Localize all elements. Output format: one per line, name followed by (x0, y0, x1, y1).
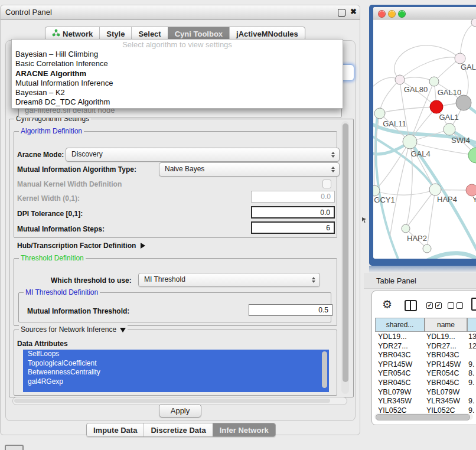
attribute-item-selfloops[interactable]: SelfLoops (23, 350, 329, 359)
tab-style[interactable]: Style (99, 27, 131, 40)
which-threshold-label: Which threshold to use: (51, 276, 132, 285)
spinner-arrows-icon (312, 277, 315, 283)
table-cell: YDR27... (426, 342, 457, 351)
minimize-traffic-light-icon[interactable] (388, 10, 396, 18)
network-window-shadow (369, 266, 476, 273)
network-node[interactable] (402, 224, 410, 233)
aracne-mode-combo[interactable]: Discovery (66, 148, 340, 162)
node-label: Y (472, 195, 476, 204)
chevron-right-icon[interactable] (141, 243, 145, 249)
data-attributes-list[interactable]: SelfLoopsTopologicalCoefficientBetweenne… (23, 350, 329, 392)
tab-label: Network (63, 30, 93, 38)
column-layout-icon[interactable] (405, 300, 417, 311)
network-node[interactable] (429, 184, 441, 195)
network-node[interactable] (395, 75, 405, 84)
table-cell: YDL19... (426, 332, 455, 342)
algorithm-option-dream8-dc-tdc-algorithm[interactable]: Dream8 DC_TDC Algorithm (12, 97, 343, 107)
table-cell: YPR145W (426, 360, 461, 370)
mi-threshold-field[interactable]: 0.5 (249, 304, 332, 316)
table-row[interactable]: YPR145WYPR145W9. (372, 360, 476, 370)
close-icon[interactable] (350, 7, 357, 16)
checked-box-icon (435, 302, 442, 309)
settings-vertical-scrollbar-thumb[interactable] (343, 123, 348, 382)
algorithm-option-mutual-information-inference[interactable]: Mutual Information Inference (12, 79, 343, 88)
bottom-tab-bar: Impute DataDiscretize DataInfer Network (86, 423, 276, 437)
column-header-2[interactable] (467, 318, 476, 332)
control-panel-titlebar[interactable]: Control Panel (1, 5, 360, 20)
table-row[interactable]: YBR045CYBR045C9. (372, 379, 476, 388)
mi-threshold-definition-title: MI Threshold Definition (24, 288, 100, 296)
table-row[interactable]: YDR27...YDR27...12 (372, 342, 476, 351)
network-node[interactable] (471, 19, 476, 27)
algorithm-option-basic-correlation-inference[interactable]: Basic Correlation Inference (12, 59, 343, 69)
network-node[interactable] (429, 77, 439, 86)
network-node[interactable] (423, 244, 431, 253)
network-node[interactable] (430, 100, 443, 113)
collapsed-panel-fragment[interactable] (5, 445, 24, 450)
chevron-down-icon[interactable] (120, 328, 126, 332)
network-view-canvas-frame: GALGAL80GAL10GAL1GAL11SWI4GAL4GCY1HAP4YH… (373, 7, 476, 259)
table-body: YDL19...YDL19...13YDR27...YDR27...12YBR0… (372, 332, 476, 413)
tab-impute-data[interactable]: Impute Data (87, 423, 144, 436)
table-row[interactable]: YBL079WYBL079W (372, 388, 476, 397)
tab-discretize-data[interactable]: Discretize Data (144, 423, 212, 436)
table-cell: YBR043C (378, 351, 411, 360)
attribute-item-gal4rgexp[interactable]: gal4RGexp (23, 377, 329, 387)
tab-infer-network[interactable]: Infer Network (213, 423, 275, 436)
table-row[interactable]: YER054CYER054C8. (372, 369, 476, 379)
node-label: GAL (461, 63, 476, 71)
node-label: HAP4 (437, 195, 457, 204)
kernel-width-field[interactable]: 0.0 (251, 191, 335, 203)
network-canvas[interactable]: GALGAL80GAL10GAL1GAL11SWI4GAL4GCY1HAP4YH… (373, 19, 476, 259)
list-scrollbar-thumb[interactable] (322, 351, 327, 388)
network-node[interactable] (444, 123, 455, 135)
table-row[interactable]: YLR345WYLR345W9. (372, 397, 476, 406)
mi-algorithm-type-value: Naive Bayes (165, 165, 204, 173)
settings-gear-icon[interactable]: ⚙ (382, 298, 392, 311)
table-horizontal-scrollbar-thumb[interactable] (376, 414, 470, 420)
network-node[interactable] (456, 95, 471, 110)
aracne-mode-label: Aracne Mode: (17, 151, 64, 159)
kernel-width-label: Kernel Width (0,1): (17, 194, 80, 203)
column-header-shared[interactable]: shared... (375, 318, 425, 332)
manual-kernel-width-checkbox[interactable] (322, 180, 331, 188)
tab-jactivemnodules[interactable]: jActiveMNodules (229, 27, 305, 40)
close-traffic-light-icon[interactable] (378, 10, 386, 18)
apply-button[interactable]: Apply (159, 404, 201, 418)
network-node[interactable] (466, 184, 476, 196)
float-window-icon[interactable] (338, 9, 345, 17)
tab-network[interactable]: Network (45, 27, 99, 40)
network-node[interactable] (403, 135, 417, 149)
table-row[interactable]: YIL052CYIL052C9. (372, 406, 476, 413)
network-node[interactable] (374, 108, 385, 119)
mi-algorithm-type-combo[interactable]: Naive Bayes (159, 162, 340, 177)
attribute-item-topologicalcoefficient[interactable]: TopologicalCoefficient (23, 359, 329, 369)
column-header-name[interactable]: name (425, 318, 467, 332)
table-row[interactable]: YDL19...YDL19...13 (372, 332, 476, 342)
network-node[interactable] (468, 148, 476, 163)
dpi-tolerance-field[interactable]: 0.0 (251, 206, 335, 219)
algorithm-option-bayesian-k2[interactable]: Bayesian – K2 (12, 88, 343, 97)
algorithm-option-bayesian-hill-climbing[interactable]: Bayesian – Hill Climbing (12, 50, 343, 59)
network-view-titlebar[interactable] (373, 7, 476, 19)
which-threshold-combo[interactable]: MI Threshold (138, 273, 320, 287)
hub-definition-toggle[interactable]: Hub/Transcription Factor Definition (17, 242, 145, 250)
algorithm-option-aracne-algorithm[interactable]: ARACNE Algorithm (12, 69, 343, 79)
zoom-traffic-light-icon[interactable] (398, 10, 406, 18)
table-row[interactable]: YBR043CYBR043C (372, 351, 476, 360)
tab-select[interactable]: Select (131, 27, 167, 40)
network-edge (400, 77, 434, 81)
settings-vertical-scrollbar[interactable] (341, 121, 349, 394)
settings-horizontal-scrollbar-thumb[interactable] (14, 399, 330, 403)
mi-steps-field[interactable]: 6 (251, 221, 335, 234)
mi-threshold-label: Mutual Information Threshold: (27, 307, 129, 315)
attribute-item-betweennesscentrality[interactable]: BetweennessCentrality (23, 368, 329, 377)
select-all-icon[interactable] (426, 302, 442, 309)
deselect-all-icon[interactable] (448, 302, 463, 309)
tab-label: Style (106, 30, 125, 38)
tab-cyni-toolbox[interactable]: Cyni Toolbox (168, 27, 229, 40)
table-cell: YER054C (378, 369, 411, 379)
table-horizontal-scrollbar[interactable] (374, 413, 473, 420)
network-edge (400, 57, 460, 80)
export-table-icon[interactable] (471, 298, 476, 311)
